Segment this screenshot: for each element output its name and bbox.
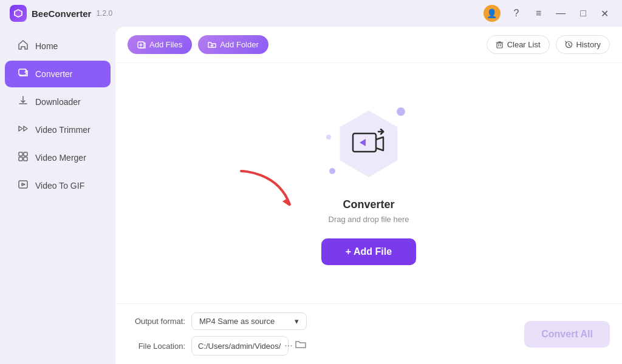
arrow-decoration bbox=[229, 165, 302, 216]
sidebar-item-video-merger-label: Video Merger bbox=[35, 153, 86, 163]
app-version: 1.2.0 bbox=[96, 9, 112, 18]
add-files-icon bbox=[137, 41, 146, 49]
add-file-label: + Add File bbox=[346, 246, 392, 257]
dropzone-subtitle: Drag and drop file here bbox=[329, 215, 409, 224]
toolbar: Add Files Add Folder bbox=[115, 27, 622, 63]
minimize-icon[interactable]: — bbox=[552, 5, 569, 21]
bottom-bar: Output format: MP4 Same as source ▾ File… bbox=[115, 303, 622, 364]
converter-icon bbox=[17, 67, 29, 81]
main-layout: Home Converter Downloader bbox=[0, 27, 622, 364]
svg-rect-9 bbox=[497, 43, 502, 48]
add-file-button[interactable]: + Add File bbox=[321, 238, 416, 265]
add-folder-icon bbox=[208, 41, 216, 49]
svg-rect-7 bbox=[19, 181, 27, 188]
sidebar-item-home[interactable]: Home bbox=[5, 33, 111, 59]
history-label: History bbox=[576, 40, 601, 49]
sidebar-item-video-trimmer[interactable]: Video Trimmer bbox=[5, 116, 111, 143]
toolbar-right: Clear List History bbox=[487, 35, 610, 54]
titlebar-left: BeeConverter 1.2.0 bbox=[10, 5, 112, 22]
clear-list-button[interactable]: Clear List bbox=[487, 35, 550, 54]
user-avatar-icon[interactable]: 👤 bbox=[484, 5, 501, 22]
home-icon bbox=[17, 39, 29, 53]
history-button[interactable]: History bbox=[556, 35, 610, 54]
video-convert-icon bbox=[350, 129, 387, 159]
convert-all-label: Convert All bbox=[541, 329, 593, 339]
browse-folder-icon[interactable] bbox=[295, 339, 307, 353]
titlebar-controls: 👤 ? ≡ — □ ✕ bbox=[484, 5, 612, 22]
sidebar-item-video-trimmer-label: Video Trimmer bbox=[35, 125, 91, 135]
file-location-row: File Location: C:/Users/admin/Videos/ ··… bbox=[128, 336, 524, 356]
svg-rect-4 bbox=[24, 152, 27, 156]
svg-rect-6 bbox=[24, 157, 27, 161]
video-merger-icon bbox=[17, 151, 29, 164]
add-folder-label: Add Folder bbox=[220, 40, 259, 49]
close-icon[interactable]: ✕ bbox=[597, 5, 612, 22]
output-format-value: MP4 Same as source bbox=[199, 317, 275, 326]
sidebar-item-downloader-label: Downloader bbox=[35, 97, 81, 107]
sidebar: Home Converter Downloader bbox=[0, 27, 115, 364]
output-format-select[interactable]: MP4 Same as source ▾ bbox=[191, 312, 307, 330]
add-files-button[interactable]: Add Files bbox=[128, 35, 192, 54]
file-location-label: File Location: bbox=[128, 342, 185, 351]
hex-dot-3 bbox=[326, 135, 331, 140]
convert-all-button[interactable]: Convert All bbox=[524, 321, 610, 348]
file-location-input[interactable]: C:/Users/admin/Videos/ ··· bbox=[191, 336, 289, 356]
hex-dot-1 bbox=[397, 107, 405, 116]
sidebar-item-converter-label: Converter bbox=[35, 69, 72, 79]
svg-rect-5 bbox=[19, 157, 22, 161]
titlebar: BeeConverter 1.2.0 👤 ? ≡ — □ ✕ bbox=[0, 0, 622, 27]
sidebar-item-home-label: Home bbox=[35, 41, 58, 51]
maximize-icon[interactable]: □ bbox=[576, 5, 590, 21]
hex-dot-2 bbox=[329, 168, 335, 174]
downloader-icon bbox=[17, 95, 29, 109]
sidebar-item-downloader[interactable]: Downloader bbox=[5, 89, 111, 115]
dropzone-title: Converter bbox=[343, 198, 394, 211]
output-format-label: Output format: bbox=[128, 317, 185, 326]
app-name: BeeConverter bbox=[32, 8, 91, 19]
trash-icon bbox=[496, 41, 504, 49]
sidebar-item-video-to-gif[interactable]: Video To GIF bbox=[5, 172, 111, 199]
file-location-value: C:/Users/admin/Videos/ bbox=[198, 342, 281, 351]
video-to-gif-icon bbox=[17, 179, 29, 192]
toolbar-left: Add Files Add Folder bbox=[128, 35, 268, 54]
more-options-icon[interactable]: ··· bbox=[284, 340, 292, 351]
add-files-label: Add Files bbox=[149, 40, 182, 49]
chevron-down-icon: ▾ bbox=[295, 317, 299, 326]
hex-icon-container bbox=[326, 101, 411, 186]
help-icon[interactable]: ? bbox=[508, 5, 525, 22]
menu-icon[interactable]: ≡ bbox=[532, 5, 545, 21]
add-folder-button[interactable]: Add Folder bbox=[198, 35, 268, 54]
video-trimmer-icon bbox=[17, 123, 29, 136]
sidebar-item-video-to-gif-label: Video To GIF bbox=[35, 181, 84, 190]
content-area: Add Files Add Folder bbox=[115, 27, 622, 364]
svg-rect-3 bbox=[19, 152, 22, 156]
output-format-row: Output format: MP4 Same as source ▾ bbox=[128, 312, 524, 330]
sidebar-item-video-merger[interactable]: Video Merger bbox=[5, 144, 111, 171]
dropzone: Converter Drag and drop file here + Add … bbox=[115, 63, 622, 303]
sidebar-item-converter[interactable]: Converter bbox=[5, 61, 111, 87]
bottom-left: Output format: MP4 Same as source ▾ File… bbox=[128, 312, 524, 356]
app-logo bbox=[10, 5, 27, 22]
history-icon bbox=[565, 41, 573, 49]
clear-list-label: Clear List bbox=[507, 40, 541, 49]
